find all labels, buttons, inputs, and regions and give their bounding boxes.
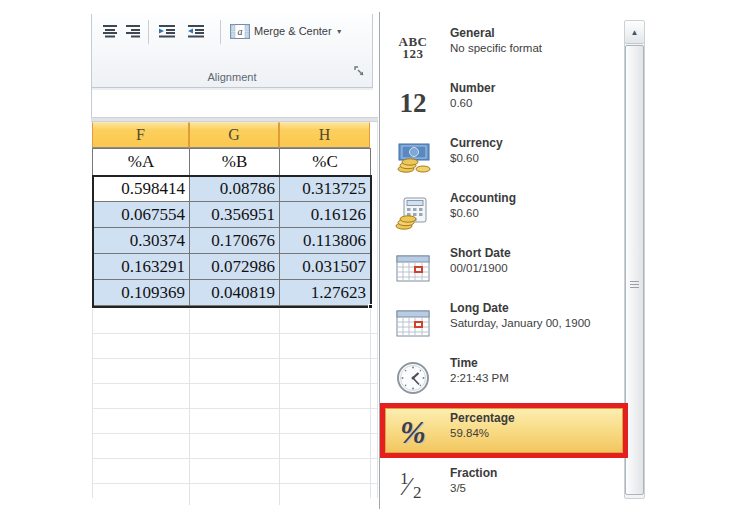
percent-icon: % bbox=[390, 407, 436, 459]
dialog-launcher-button[interactable] bbox=[354, 63, 365, 81]
currency-icon bbox=[390, 132, 436, 184]
increase-indent-button[interactable] bbox=[184, 19, 208, 43]
align-center-icon bbox=[102, 24, 118, 38]
ribbon-separator bbox=[148, 20, 149, 44]
format-option-example: 00/01/1900 bbox=[450, 262, 508, 274]
cell-f-header[interactable]: %A bbox=[93, 148, 190, 176]
cell[interactable]: 0.08786 bbox=[190, 176, 280, 202]
cell[interactable]: 0.067554 bbox=[93, 202, 190, 228]
format-option-label: Long Date bbox=[450, 301, 509, 315]
calendar-icon bbox=[390, 242, 436, 294]
alignment-group-label: Alignment bbox=[92, 71, 372, 83]
number-format-icon: 12 bbox=[390, 77, 436, 129]
cell[interactable]: 0.031507 bbox=[280, 254, 371, 280]
decrease-indent-icon bbox=[158, 24, 176, 38]
scroll-up-arrow-icon: ▲ bbox=[631, 28, 639, 37]
table-row: 0.109369 0.040819 1.27623 bbox=[93, 280, 371, 306]
format-option-number[interactable]: 12 Number 0.60 bbox=[382, 77, 622, 129]
merge-and-center-button[interactable]: a Merge & Center ▼ bbox=[227, 19, 346, 43]
table-row: 0.067554 0.356951 0.16126 bbox=[93, 202, 371, 228]
empty-grid[interactable] bbox=[92, 309, 378, 498]
table-row: %A %B %C bbox=[93, 148, 371, 176]
column-header-g[interactable]: G bbox=[189, 122, 279, 148]
merge-and-center-label: Merge & Center bbox=[254, 25, 332, 37]
accounting-icon bbox=[390, 187, 436, 239]
calendar-icon bbox=[390, 297, 436, 349]
table-row: 0.598414 0.08786 0.313725 bbox=[93, 176, 371, 202]
sheet-left-edge bbox=[91, 88, 92, 118]
cell[interactable]: 0.313725 bbox=[280, 176, 371, 202]
gridline bbox=[279, 309, 280, 505]
cell[interactable]: 1.27623 bbox=[280, 280, 371, 306]
format-option-accounting[interactable]: Accounting $0.60 bbox=[382, 187, 622, 239]
format-option-fraction[interactable]: 1 ⁄ 2 Fraction 3/5 bbox=[382, 462, 622, 514]
cell[interactable]: 0.109369 bbox=[93, 280, 190, 306]
align-right-button[interactable] bbox=[121, 19, 145, 43]
format-option-label: General bbox=[450, 26, 495, 40]
cell-g-header[interactable]: %B bbox=[190, 148, 280, 176]
table-row: 0.30374 0.170676 0.113806 bbox=[93, 228, 371, 254]
cell[interactable]: 0.16126 bbox=[280, 202, 371, 228]
format-option-example: Saturday, January 00, 1900 bbox=[450, 317, 590, 329]
column-header-h[interactable]: H bbox=[279, 122, 370, 148]
column-headers: F G H bbox=[92, 122, 370, 148]
cell[interactable]: 0.072986 bbox=[190, 254, 280, 280]
cell[interactable]: 0.30374 bbox=[93, 228, 190, 254]
cell[interactable]: 0.163291 bbox=[93, 254, 190, 280]
format-option-example: 2:21:43 PM bbox=[450, 372, 509, 384]
format-option-general[interactable]: ABC123 General No specific format bbox=[382, 22, 622, 74]
scroll-up-button[interactable]: ▲ bbox=[625, 21, 644, 44]
format-option-time[interactable]: Time 2:21:43 PM bbox=[382, 352, 622, 404]
gridline bbox=[92, 309, 93, 498]
format-option-label: Fraction bbox=[450, 466, 497, 480]
column-header-f[interactable]: F bbox=[92, 122, 189, 148]
gridline bbox=[377, 122, 378, 498]
format-option-label: Short Date bbox=[450, 246, 511, 260]
format-option-label: Currency bbox=[450, 136, 503, 150]
table-row: 0.163291 0.072986 0.031507 bbox=[93, 254, 371, 280]
format-option-short-date[interactable]: Short Date 00/01/1900 bbox=[382, 242, 622, 294]
increase-indent-icon bbox=[187, 24, 205, 38]
clock-icon bbox=[390, 352, 436, 404]
decrease-indent-button[interactable] bbox=[155, 19, 179, 43]
format-option-example: 59.84% bbox=[450, 427, 489, 439]
format-option-label: Accounting bbox=[450, 191, 516, 205]
format-option-long-date[interactable]: Long Date Saturday, January 00, 1900 bbox=[382, 297, 622, 349]
format-option-currency[interactable]: Currency $0.60 bbox=[382, 132, 622, 184]
cell[interactable]: 0.040819 bbox=[190, 280, 280, 306]
number-format-menu: ABC123 General No specific format 12 Num… bbox=[379, 12, 648, 509]
gridline bbox=[189, 309, 190, 505]
format-option-label: Number bbox=[450, 81, 495, 95]
scrollbar-grip-icon bbox=[630, 281, 639, 290]
svg-text:a: a bbox=[238, 26, 243, 37]
chevron-down-icon[interactable]: ▼ bbox=[336, 28, 343, 35]
format-option-label: Percentage bbox=[450, 411, 515, 425]
cell[interactable]: 0.113806 bbox=[280, 228, 371, 254]
format-option-example: $0.60 bbox=[450, 152, 479, 164]
cell[interactable]: 0.356951 bbox=[190, 202, 280, 228]
gridline bbox=[370, 309, 371, 498]
ribbon-separator bbox=[220, 20, 221, 44]
one-half-fraction-icon: 1 ⁄ 2 bbox=[390, 462, 436, 514]
ribbon-alignment-group: a Merge & Center ▼ Alignment bbox=[91, 14, 373, 88]
cell[interactable]: 0.598414 bbox=[93, 176, 190, 202]
format-option-example: $0.60 bbox=[450, 207, 479, 219]
align-center-button[interactable] bbox=[98, 19, 122, 43]
format-option-percentage[interactable]: % Percentage 59.84% bbox=[382, 407, 622, 459]
general-format-icon: ABC123 bbox=[390, 22, 436, 74]
merge-and-center-icon: a bbox=[230, 24, 250, 39]
format-option-example: 3/5 bbox=[450, 482, 466, 494]
dialog-launcher-icon bbox=[354, 66, 365, 77]
cell-h-header[interactable]: %C bbox=[280, 148, 371, 176]
align-right-icon bbox=[125, 24, 141, 38]
cell[interactable]: 0.170676 bbox=[190, 228, 280, 254]
format-option-example: 0.60 bbox=[450, 97, 472, 109]
format-option-example: No specific format bbox=[450, 42, 542, 54]
format-option-label: Time bbox=[450, 356, 478, 370]
